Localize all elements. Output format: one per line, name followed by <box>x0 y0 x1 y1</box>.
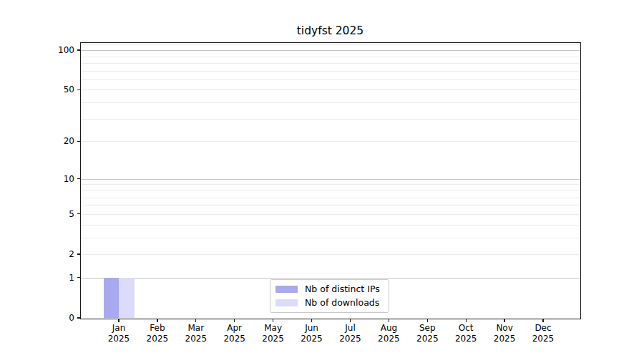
minor-gridline-20 <box>81 141 580 142</box>
x-tick-year: 2025 <box>518 334 568 344</box>
y-tick-label-5: 5 <box>42 208 74 220</box>
y-tick-label-1: 1 <box>42 272 74 284</box>
legend-label-downloads: Nb of downloads <box>305 298 379 308</box>
major-gridline-100 <box>81 50 580 51</box>
y-tick-label-2: 2 <box>42 248 74 260</box>
minor-gridline-80 <box>81 63 580 64</box>
minor-gridline-2 <box>81 254 580 255</box>
legend-swatch-downloads <box>275 299 298 306</box>
y-tick-label-100: 100 <box>42 44 74 56</box>
x-tick-mark-nov <box>504 319 504 322</box>
minor-gridline-30 <box>81 119 580 120</box>
minor-gridline-4 <box>81 225 580 226</box>
x-tick-mark-apr <box>234 319 235 322</box>
minor-gridline-8 <box>81 190 580 191</box>
minor-gridline-6 <box>81 205 580 205</box>
x-tick-mark-mar <box>195 319 196 322</box>
y-tick-label-10: 10 <box>42 173 74 185</box>
x-tick-month: Dec <box>518 323 568 334</box>
chart-title: tidyfst 2025 <box>81 24 580 37</box>
minor-gridline-90 <box>81 57 580 57</box>
y-tick-label-0: 0 <box>42 312 74 324</box>
minor-gridline-60 <box>81 79 580 80</box>
bar-downloads-jan <box>119 278 135 318</box>
x-tick-mark-oct <box>466 319 467 322</box>
x-tick-mark-dec <box>542 319 543 322</box>
minor-gridline-40 <box>81 102 580 103</box>
chart-figure: tidyfst 2025 Nb of distinct IPs Nb of do… <box>0 0 644 358</box>
y-tick-mark-0 <box>77 317 81 318</box>
y-tick-mark-5 <box>77 213 81 214</box>
y-tick-mark-1 <box>77 277 81 278</box>
x-tick-label-dec: Dec2025 <box>518 323 568 344</box>
y-tick-mark-2 <box>77 253 81 254</box>
minor-gridline-70 <box>81 71 580 72</box>
minor-gridline-3 <box>81 238 580 238</box>
x-tick-mark-may <box>273 319 273 322</box>
y-tick-mark-10 <box>77 178 81 179</box>
x-tick-mark-feb <box>157 319 157 322</box>
major-gridline-10 <box>81 179 580 180</box>
x-tick-mark-jul <box>350 319 351 322</box>
minor-gridline-5 <box>81 214 580 215</box>
y-tick-label-50: 50 <box>42 84 74 95</box>
minor-gridline-9 <box>81 184 580 185</box>
y-tick-label-20: 20 <box>42 135 74 147</box>
minor-gridline-7 <box>81 198 580 198</box>
minor-gridline-50 <box>81 90 580 90</box>
x-tick-mark-jun <box>311 319 312 322</box>
legend-swatch-distinct-ips <box>275 286 298 293</box>
x-tick-mark-sep <box>427 319 428 322</box>
bar-distinct-ips-jan <box>104 278 119 318</box>
legend-item-downloads: Nb of downloads <box>275 298 389 308</box>
x-tick-mark-jan <box>118 319 119 322</box>
legend-label-distinct-ips: Nb of distinct IPs <box>305 284 380 294</box>
x-tick-mark-aug <box>389 319 389 322</box>
y-tick-mark-100 <box>77 49 81 50</box>
minor-gridline-110 <box>81 44 580 45</box>
legend: Nb of distinct IPs Nb of downloads <box>270 279 389 313</box>
y-tick-mark-20 <box>77 141 81 142</box>
major-gridline-1 <box>81 278 580 279</box>
legend-item-distinct-ips: Nb of distinct IPs <box>275 284 389 294</box>
y-tick-mark-50 <box>77 90 81 90</box>
